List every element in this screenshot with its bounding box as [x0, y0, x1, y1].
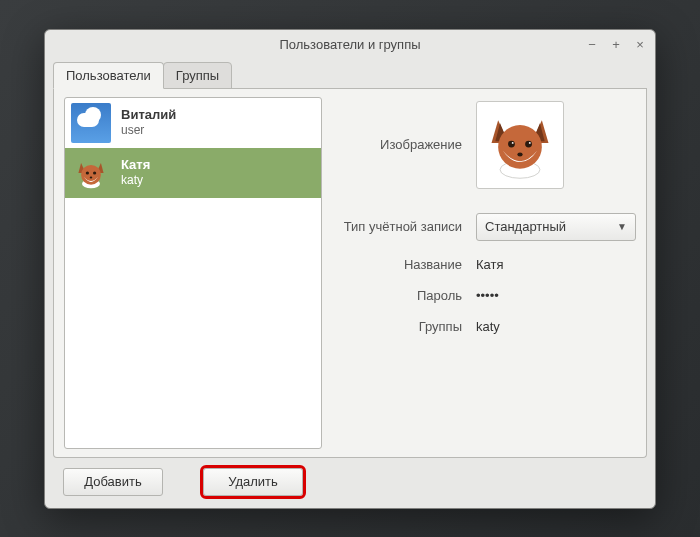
user-list-item-selected[interactable]: Катя katy — [65, 148, 321, 198]
tab-users[interactable]: Пользователи — [53, 62, 164, 89]
svg-point-7 — [508, 140, 515, 147]
detail-row-password: Пароль ••••• — [340, 288, 636, 303]
svg-point-6 — [498, 125, 542, 169]
svg-point-8 — [525, 140, 532, 147]
user-avatar-button[interactable] — [476, 101, 564, 189]
svg-point-11 — [517, 152, 522, 156]
user-display-name: Катя — [121, 157, 150, 173]
window-controls: − + × — [585, 38, 647, 52]
tab-bar: Пользователи Группы — [45, 62, 655, 89]
users-groups-window: Пользователи и группы − + × Пользователи… — [44, 29, 656, 509]
user-details-panel: Изображение — [340, 97, 636, 451]
password-value[interactable]: ••••• — [476, 288, 499, 303]
svg-point-9 — [512, 141, 514, 143]
name-label: Название — [340, 257, 476, 272]
user-display-name: Виталий — [121, 107, 176, 123]
groups-value[interactable]: katy — [476, 319, 500, 334]
minimize-button[interactable]: − — [585, 38, 599, 52]
groups-label: Группы — [340, 319, 476, 334]
user-username: user — [121, 123, 176, 138]
svg-point-3 — [93, 171, 96, 174]
tab-groups[interactable]: Группы — [163, 62, 232, 89]
tab-content: Виталий user — [53, 89, 647, 458]
detail-row-name: Название Катя — [340, 257, 636, 272]
user-list[interactable]: Виталий user — [64, 97, 322, 449]
svg-point-2 — [86, 171, 89, 174]
user-list-item[interactable]: Виталий user — [65, 98, 321, 148]
avatar-fox-icon — [71, 153, 111, 193]
avatar-clouds-icon — [71, 103, 111, 143]
close-button[interactable]: × — [633, 38, 647, 52]
svg-point-10 — [529, 141, 531, 143]
delete-button[interactable]: Удалить — [203, 468, 303, 496]
titlebar: Пользователи и группы − + × — [45, 30, 655, 60]
maximize-button[interactable]: + — [609, 38, 623, 52]
detail-row-image: Изображение — [340, 101, 636, 189]
account-type-label: Тип учётной записи — [340, 219, 476, 234]
bottom-button-bar: Добавить Удалить — [45, 458, 655, 508]
svg-point-4 — [90, 176, 93, 178]
user-labels: Катя katy — [121, 157, 150, 188]
user-username: katy — [121, 173, 150, 188]
name-value[interactable]: Катя — [476, 257, 504, 272]
account-type-value: Стандартный — [485, 219, 566, 234]
image-label: Изображение — [340, 137, 476, 152]
chevron-down-icon: ▼ — [617, 221, 627, 232]
user-labels: Виталий user — [121, 107, 176, 138]
detail-row-account-type: Тип учётной записи Стандартный ▼ — [340, 213, 636, 241]
password-label: Пароль — [340, 288, 476, 303]
detail-row-groups: Группы katy — [340, 319, 636, 334]
window-title: Пользователи и группы — [45, 37, 655, 52]
account-type-select[interactable]: Стандартный ▼ — [476, 213, 636, 241]
fox-icon — [482, 107, 558, 183]
add-button[interactable]: Добавить — [63, 468, 163, 496]
